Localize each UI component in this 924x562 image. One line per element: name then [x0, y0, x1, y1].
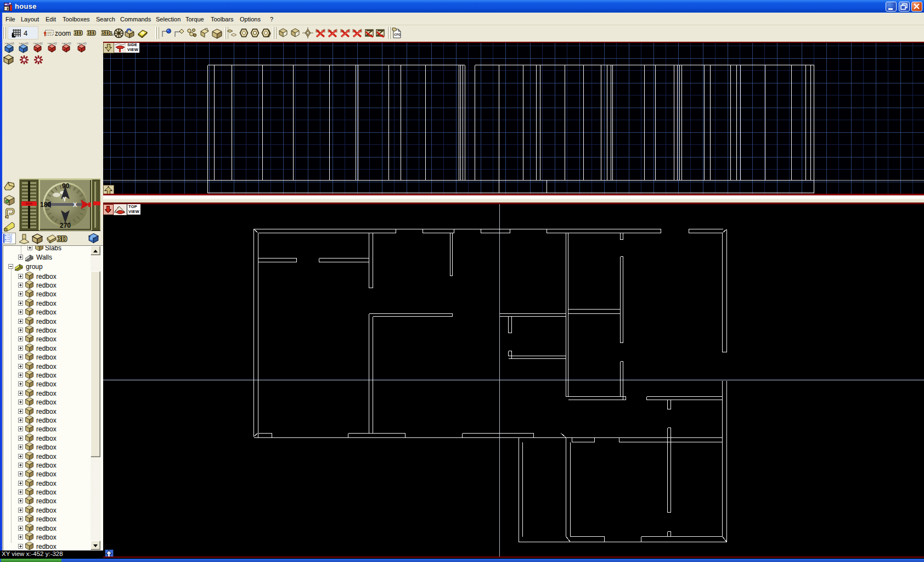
svg-text:90: 90 [62, 182, 70, 190]
svg-text:180: 180 [40, 201, 51, 209]
svg-text:Y: Y [63, 196, 67, 203]
svg-text:CFG: CFG [395, 33, 401, 36]
svg-text:270: 270 [60, 222, 71, 229]
svg-text:X: X [73, 201, 77, 208]
